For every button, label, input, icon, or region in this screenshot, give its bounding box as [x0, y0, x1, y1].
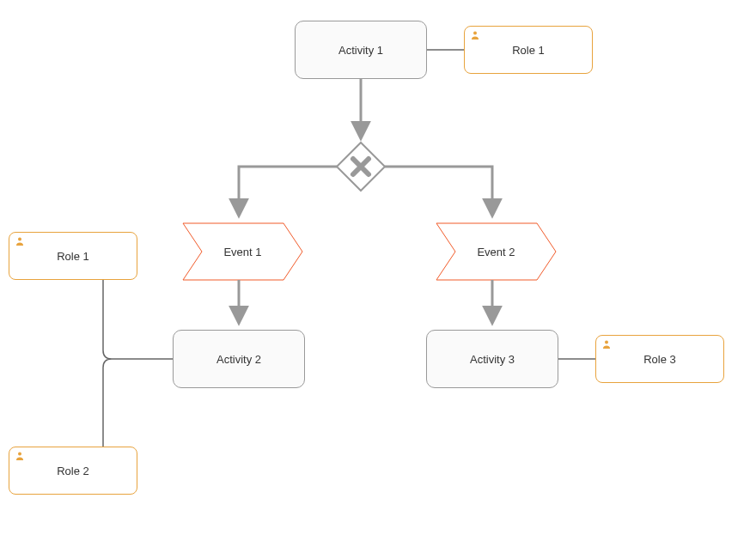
- svg-point-6: [605, 341, 608, 344]
- person-icon: [601, 339, 612, 352]
- person-icon: [470, 30, 480, 43]
- activity2-node: Activity 2: [173, 330, 305, 388]
- gateway-exclusive: [337, 143, 385, 191]
- activity2-label: Activity 2: [216, 353, 261, 366]
- role-top-label: Role 1: [512, 44, 545, 57]
- svg-marker-0: [337, 143, 385, 191]
- role-top-node: Role 1: [464, 26, 593, 74]
- activity3-label: Activity 3: [470, 353, 515, 366]
- event1-label: Event 1: [223, 246, 261, 258]
- edge-gateway-event2: [385, 167, 492, 215]
- svg-point-5: [18, 453, 21, 456]
- event2-label-box: Event 2: [436, 223, 556, 280]
- role-left2-node: Role 2: [9, 447, 137, 495]
- svg-point-3: [473, 32, 477, 35]
- activity3-node: Activity 3: [426, 330, 558, 388]
- person-icon: [15, 236, 25, 249]
- edge-activity2-roles-left: [103, 280, 173, 447]
- svg-point-4: [18, 238, 21, 241]
- role-left1-label: Role 1: [57, 250, 89, 263]
- event2-label: Event 2: [477, 246, 515, 258]
- role-left2-label: Role 2: [57, 465, 89, 477]
- edge-gateway-event1: [239, 167, 337, 215]
- role-right-node: Role 3: [595, 335, 724, 383]
- person-icon: [15, 451, 25, 464]
- role-left1-node: Role 1: [9, 232, 137, 280]
- activity1-node: Activity 1: [295, 21, 427, 79]
- role-right-label: Role 3: [643, 353, 676, 366]
- event1-label-box: Event 1: [183, 223, 302, 280]
- activity1-label: Activity 1: [338, 44, 383, 57]
